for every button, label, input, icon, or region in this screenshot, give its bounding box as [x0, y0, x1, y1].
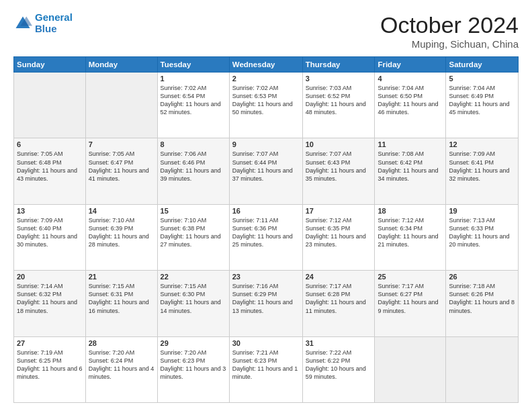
- day-info: Sunrise: 7:14 AMSunset: 6:32 PMDaylight:…: [17, 282, 83, 315]
- day-info: Sunrise: 7:21 AMSunset: 6:23 PMDaylight:…: [232, 349, 300, 381]
- day-number: 5: [449, 75, 515, 83]
- header: General Blue October 2024 Muping, Sichua…: [13, 12, 519, 50]
- logo-icon: [13, 14, 32, 33]
- header-day-tuesday: Tuesday: [157, 57, 229, 73]
- day-info: Sunrise: 7:11 AMSunset: 6:36 PMDaylight:…: [232, 216, 300, 249]
- day-info: Sunrise: 7:07 AMSunset: 6:44 PMDaylight:…: [232, 150, 300, 183]
- day-info: Sunrise: 7:15 AMSunset: 6:31 PMDaylight:…: [89, 282, 154, 315]
- day-info: Sunrise: 7:18 AMSunset: 6:26 PMDaylight:…: [449, 282, 515, 315]
- calendar-cell: 26Sunrise: 7:18 AMSunset: 6:26 PMDayligh…: [446, 271, 519, 336]
- logo-text: General Blue: [35, 12, 73, 34]
- day-number: 15: [161, 207, 226, 215]
- day-number: 31: [306, 339, 372, 347]
- calendar-cell: 7Sunrise: 7:05 AMSunset: 6:47 PMDaylight…: [85, 138, 157, 204]
- calendar-cell: 2Sunrise: 7:02 AMSunset: 6:53 PMDaylight…: [229, 73, 302, 138]
- title-block: October 2024 Muping, Sichuan, China: [380, 12, 519, 50]
- calendar-cell: 11Sunrise: 7:08 AMSunset: 6:42 PMDayligh…: [375, 138, 446, 204]
- day-number: 2: [232, 75, 300, 83]
- day-info: Sunrise: 7:13 AMSunset: 6:33 PMDaylight:…: [449, 216, 515, 249]
- day-info: Sunrise: 7:10 AMSunset: 6:39 PMDaylight:…: [89, 216, 154, 249]
- calendar-week-row: 1Sunrise: 7:02 AMSunset: 6:54 PMDaylight…: [14, 73, 519, 138]
- day-number: 1: [161, 75, 226, 83]
- day-number: 3: [306, 75, 372, 83]
- day-number: 25: [378, 273, 443, 281]
- day-info: Sunrise: 7:17 AMSunset: 6:27 PMDaylight:…: [378, 282, 443, 315]
- day-number: 8: [161, 140, 226, 148]
- day-info: Sunrise: 7:03 AMSunset: 6:52 PMDaylight:…: [306, 84, 372, 117]
- day-number: 29: [161, 339, 226, 347]
- day-info: Sunrise: 7:05 AMSunset: 6:47 PMDaylight:…: [89, 150, 154, 183]
- calendar-cell: 28Sunrise: 7:20 AMSunset: 6:24 PMDayligh…: [85, 336, 157, 402]
- header-day-friday: Friday: [375, 57, 446, 73]
- calendar-week-row: 13Sunrise: 7:09 AMSunset: 6:40 PMDayligh…: [14, 204, 519, 270]
- calendar-cell: 8Sunrise: 7:06 AMSunset: 6:46 PMDaylight…: [157, 138, 229, 204]
- calendar-cell: 29Sunrise: 7:20 AMSunset: 6:23 PMDayligh…: [157, 336, 229, 402]
- day-number: 12: [449, 140, 515, 148]
- calendar-week-row: 20Sunrise: 7:14 AMSunset: 6:32 PMDayligh…: [14, 271, 519, 336]
- day-number: 21: [89, 273, 154, 281]
- calendar-cell: 30Sunrise: 7:21 AMSunset: 6:23 PMDayligh…: [229, 336, 302, 402]
- calendar-cell: 19Sunrise: 7:13 AMSunset: 6:33 PMDayligh…: [446, 204, 519, 270]
- calendar-cell: 6Sunrise: 7:05 AMSunset: 6:48 PMDaylight…: [14, 138, 86, 204]
- calendar-cell: 27Sunrise: 7:19 AMSunset: 6:25 PMDayligh…: [14, 336, 86, 402]
- calendar-cell: 5Sunrise: 7:04 AMSunset: 6:49 PMDaylight…: [446, 73, 519, 138]
- header-day-sunday: Sunday: [14, 57, 86, 73]
- day-info: Sunrise: 7:02 AMSunset: 6:54 PMDaylight:…: [161, 84, 226, 117]
- calendar-cell: 1Sunrise: 7:02 AMSunset: 6:54 PMDaylight…: [157, 73, 229, 138]
- day-info: Sunrise: 7:20 AMSunset: 6:23 PMDaylight:…: [161, 349, 226, 381]
- day-info: Sunrise: 7:06 AMSunset: 6:46 PMDaylight:…: [161, 150, 226, 183]
- calendar-week-row: 27Sunrise: 7:19 AMSunset: 6:25 PMDayligh…: [14, 336, 519, 402]
- day-info: Sunrise: 7:15 AMSunset: 6:30 PMDaylight:…: [161, 282, 226, 315]
- calendar-cell: 16Sunrise: 7:11 AMSunset: 6:36 PMDayligh…: [229, 204, 302, 270]
- header-day-monday: Monday: [85, 57, 157, 73]
- day-number: 22: [161, 273, 226, 281]
- day-number: 23: [232, 273, 300, 281]
- day-number: 17: [306, 207, 372, 215]
- day-info: Sunrise: 7:04 AMSunset: 6:49 PMDaylight:…: [449, 84, 515, 117]
- day-info: Sunrise: 7:19 AMSunset: 6:25 PMDaylight:…: [17, 349, 83, 381]
- day-number: 20: [17, 273, 83, 281]
- day-number: 19: [449, 207, 515, 215]
- calendar-cell: 20Sunrise: 7:14 AMSunset: 6:32 PMDayligh…: [14, 271, 86, 336]
- day-number: 4: [378, 75, 443, 83]
- day-info: Sunrise: 7:12 AMSunset: 6:35 PMDaylight:…: [306, 216, 372, 249]
- calendar-cell: [375, 336, 446, 402]
- day-info: Sunrise: 7:17 AMSunset: 6:28 PMDaylight:…: [306, 282, 372, 315]
- calendar-cell: 14Sunrise: 7:10 AMSunset: 6:39 PMDayligh…: [85, 204, 157, 270]
- day-number: 28: [89, 339, 154, 347]
- calendar-cell: 18Sunrise: 7:12 AMSunset: 6:34 PMDayligh…: [375, 204, 446, 270]
- calendar-title: October 2024: [380, 12, 519, 38]
- day-info: Sunrise: 7:05 AMSunset: 6:48 PMDaylight:…: [17, 150, 83, 183]
- day-number: 10: [306, 140, 372, 148]
- calendar-table: SundayMondayTuesdayWednesdayThursdayFrid…: [13, 56, 519, 403]
- calendar-cell: 23Sunrise: 7:16 AMSunset: 6:29 PMDayligh…: [229, 271, 302, 336]
- calendar-cell: 22Sunrise: 7:15 AMSunset: 6:30 PMDayligh…: [157, 271, 229, 336]
- day-info: Sunrise: 7:20 AMSunset: 6:24 PMDaylight:…: [89, 349, 154, 381]
- calendar-cell: 24Sunrise: 7:17 AMSunset: 6:28 PMDayligh…: [302, 271, 375, 336]
- calendar-cell: 3Sunrise: 7:03 AMSunset: 6:52 PMDaylight…: [302, 73, 375, 138]
- calendar-cell: 31Sunrise: 7:22 AMSunset: 6:22 PMDayligh…: [302, 336, 375, 402]
- day-info: Sunrise: 7:10 AMSunset: 6:38 PMDaylight:…: [161, 216, 226, 249]
- calendar-cell: 15Sunrise: 7:10 AMSunset: 6:38 PMDayligh…: [157, 204, 229, 270]
- day-info: Sunrise: 7:02 AMSunset: 6:53 PMDaylight:…: [232, 84, 300, 117]
- day-number: 11: [378, 140, 443, 148]
- day-info: Sunrise: 7:09 AMSunset: 6:40 PMDaylight:…: [17, 216, 83, 249]
- calendar-cell: [85, 73, 157, 138]
- calendar-week-row: 6Sunrise: 7:05 AMSunset: 6:48 PMDaylight…: [14, 138, 519, 204]
- logo: General Blue: [13, 12, 73, 34]
- calendar-cell: 10Sunrise: 7:07 AMSunset: 6:43 PMDayligh…: [302, 138, 375, 204]
- day-number: 24: [306, 273, 372, 281]
- calendar-cell: 21Sunrise: 7:15 AMSunset: 6:31 PMDayligh…: [85, 271, 157, 336]
- day-number: 7: [89, 140, 154, 148]
- calendar-cell: [14, 73, 86, 138]
- calendar-cell: 9Sunrise: 7:07 AMSunset: 6:44 PMDaylight…: [229, 138, 302, 204]
- day-number: 9: [232, 140, 300, 148]
- day-info: Sunrise: 7:22 AMSunset: 6:22 PMDaylight:…: [306, 349, 372, 381]
- day-info: Sunrise: 7:08 AMSunset: 6:42 PMDaylight:…: [378, 150, 443, 183]
- day-info: Sunrise: 7:16 AMSunset: 6:29 PMDaylight:…: [232, 282, 300, 315]
- logo-general: General: [35, 11, 73, 23]
- page: General Blue October 2024 Muping, Sichua…: [0, 0, 532, 411]
- day-number: 14: [89, 207, 154, 215]
- day-info: Sunrise: 7:12 AMSunset: 6:34 PMDaylight:…: [378, 216, 443, 249]
- day-number: 18: [378, 207, 443, 215]
